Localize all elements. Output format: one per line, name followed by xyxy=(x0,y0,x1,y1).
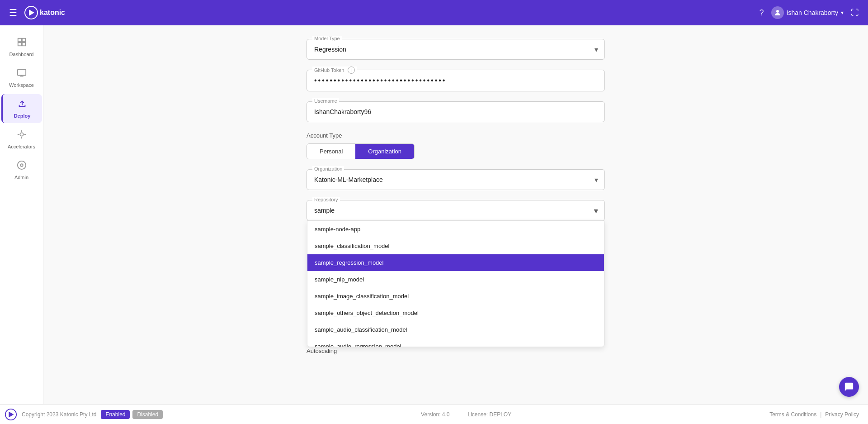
user-chevron-icon[interactable]: ▾ xyxy=(841,10,844,16)
account-type-section: Account Type Personal Organization xyxy=(307,132,605,159)
status-enabled-badge: Enabled xyxy=(101,410,130,419)
footer-version: Version: 4.0 xyxy=(421,411,449,418)
svg-marker-1 xyxy=(29,10,34,16)
terms-link[interactable]: Terms & Conditions xyxy=(769,411,816,418)
sidebar-label-dashboard: Dashboard xyxy=(9,52,34,57)
model-type-group: Model Type Regression Classification NLP… xyxy=(307,39,605,60)
model-type-label: Model Type xyxy=(312,36,342,41)
username-input[interactable] xyxy=(307,102,604,122)
model-type-select-wrapper[interactable]: Regression Classification NLP Image Clas… xyxy=(307,39,604,59)
hamburger-icon[interactable]: ☰ xyxy=(9,7,17,18)
svg-text:katonic: katonic xyxy=(40,9,65,16)
dropdown-item-sample-node-app[interactable]: sample-node-app xyxy=(307,221,604,238)
admin-icon xyxy=(17,160,27,173)
svg-marker-19 xyxy=(9,411,14,417)
footer-license: License: DEPLOY xyxy=(467,411,511,418)
katonic-logo: katonic xyxy=(24,6,83,19)
dropdown-item-sample-nlp-model[interactable]: sample_nlp_model xyxy=(307,271,604,288)
dashboard-icon xyxy=(17,37,27,50)
organization-select[interactable]: Katonic-ML-Marketplace Other Org xyxy=(307,170,604,190)
svg-rect-4 xyxy=(18,38,21,42)
repository-group: Repository sample ▾ sample-node-app samp… xyxy=(307,200,605,221)
logo: katonic xyxy=(24,6,83,19)
user-info[interactable]: Ishan Chakraborty ▾ xyxy=(771,6,844,19)
sidebar-item-workspace[interactable]: Workspace xyxy=(1,63,42,92)
sidebar-label-accelerators: Accelerators xyxy=(8,144,35,149)
footer-center: Version: 4.0 License: DEPLOY xyxy=(421,411,511,418)
model-type-select[interactable]: Regression Classification NLP Image Clas… xyxy=(307,39,604,59)
footer-status: Enabled Disabled xyxy=(101,410,163,419)
footer-copyright: Copyright 2023 Katonic Pty Ltd xyxy=(22,411,96,418)
footer-separator: | xyxy=(820,411,821,418)
footer: Copyright 2023 Katonic Pty Ltd Enabled D… xyxy=(0,404,868,424)
footer-logo-icon xyxy=(5,408,17,421)
svg-rect-5 xyxy=(22,38,25,42)
svg-rect-6 xyxy=(18,43,21,46)
dropdown-item-sample-others-object-detection-model[interactable]: sample_others_object_detection_model xyxy=(307,305,604,321)
sidebar-item-admin[interactable]: Admin xyxy=(1,156,42,185)
tab-organization[interactable]: Organization xyxy=(355,144,414,159)
svg-rect-7 xyxy=(22,43,25,46)
main-content: Model Type Regression Classification NLP… xyxy=(43,25,868,424)
github-token-group: GitHub Token i xyxy=(307,70,605,91)
chat-bubble-button[interactable] xyxy=(839,377,859,397)
form-container: Model Type Regression Classification NLP… xyxy=(307,39,605,354)
username-group: Username xyxy=(307,101,605,122)
navbar-right: ? Ishan Chakraborty ▾ ⛶ xyxy=(760,6,859,19)
svg-point-12 xyxy=(20,133,23,136)
repository-dropdown-list: sample-node-app sample_classification_mo… xyxy=(307,220,604,347)
deploy-icon xyxy=(17,99,27,111)
sidebar: Dashboard Workspace Deploy Accelerators … xyxy=(0,25,43,404)
sidebar-label-deploy: Deploy xyxy=(14,113,31,119)
sidebar-item-dashboard[interactable]: Dashboard xyxy=(1,33,42,62)
repository-label: Repository xyxy=(312,197,340,202)
account-type-label: Account Type xyxy=(307,132,605,139)
organization-label: Organization xyxy=(312,166,344,172)
dropdown-item-sample-audio-classification-model[interactable]: sample_audio_classification_model xyxy=(307,321,604,338)
dropdown-item-sample-image-classification-model[interactable]: sample_image_classification_model xyxy=(307,288,604,305)
sidebar-label-workspace: Workspace xyxy=(9,82,34,88)
autoscaling-label: Autoscaling xyxy=(307,348,605,354)
tab-personal[interactable]: Personal xyxy=(307,144,355,159)
repository-select-wrapper[interactable]: sample ▾ xyxy=(307,200,604,220)
help-icon[interactable]: ? xyxy=(760,8,764,18)
user-name-label: Ishan Chakraborty xyxy=(787,9,838,16)
organization-select-wrapper[interactable]: Katonic-ML-Marketplace Other Org xyxy=(307,170,604,190)
svg-rect-8 xyxy=(17,70,25,76)
dropdown-item-sample-classification-model[interactable]: sample_classification_model xyxy=(307,238,604,254)
fullscreen-icon[interactable]: ⛶ xyxy=(851,8,859,18)
sidebar-item-accelerators[interactable]: Accelerators xyxy=(1,125,42,154)
navbar: ☰ katonic ? Ishan Chakraborty ▾ ⛶ xyxy=(0,0,868,25)
svg-point-3 xyxy=(776,10,779,13)
sidebar-label-admin: Admin xyxy=(14,175,28,180)
workspace-icon xyxy=(17,68,27,81)
accelerators-icon xyxy=(17,129,27,142)
footer-left: Copyright 2023 Katonic Pty Ltd Enabled D… xyxy=(5,408,163,421)
sidebar-item-deploy[interactable]: Deploy xyxy=(1,94,42,123)
status-disabled-badge: Disabled xyxy=(132,410,163,419)
privacy-link[interactable]: Privacy Policy xyxy=(825,411,859,418)
svg-point-17 xyxy=(20,164,23,167)
organization-group: Organization Katonic-ML-Marketplace Othe… xyxy=(307,169,605,190)
github-token-info-icon[interactable]: i xyxy=(348,67,355,74)
username-label: Username xyxy=(312,98,339,104)
dropdown-item-sample-regression-model[interactable]: sample_regression_model xyxy=(307,254,604,271)
footer-right: Terms & Conditions | Privacy Policy xyxy=(769,411,859,418)
repository-display[interactable]: sample ▾ xyxy=(307,200,604,220)
navbar-left: ☰ katonic xyxy=(9,6,83,19)
github-token-label: GitHub Token i xyxy=(312,67,357,74)
dropdown-item-sample-audio-regression-model[interactable]: sample_audio_regression_model xyxy=(307,338,604,347)
user-avatar-icon xyxy=(771,6,784,19)
account-type-tabs: Personal Organization xyxy=(307,143,415,159)
